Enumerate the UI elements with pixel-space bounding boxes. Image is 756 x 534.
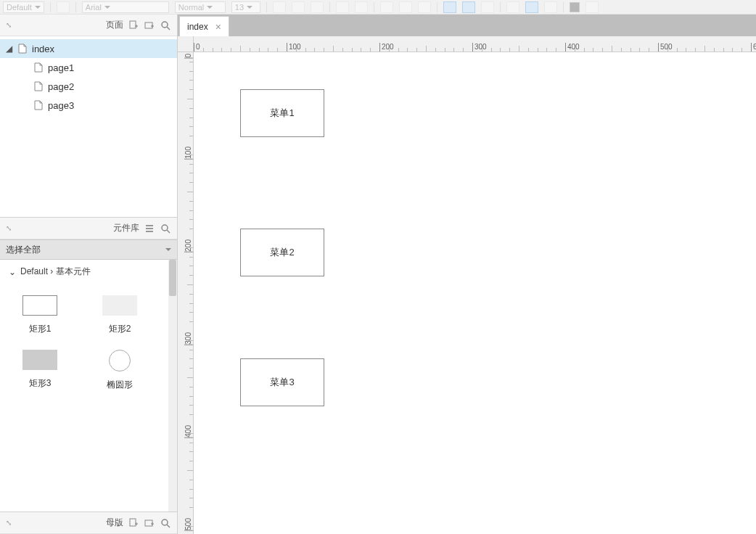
- align-btn[interactable]: [418, 1, 431, 13]
- ruler-vertical[interactable]: 0100200300400500: [178, 52, 194, 534]
- pages-tree: ◢indexpage1page2page3: [0, 36, 177, 217]
- canvas-shape[interactable]: 菜单1: [240, 89, 324, 137]
- svg-line-12: [167, 230, 170, 233]
- menu-icon[interactable]: [144, 223, 155, 234]
- border-icon[interactable]: [586, 1, 599, 13]
- widget-label: 矩形1: [29, 323, 52, 335]
- page-icon: [33, 62, 44, 73]
- canvas-area: index × 0100200300400500600 010020030040…: [178, 15, 756, 534]
- font-select[interactable]: Arial: [82, 1, 169, 13]
- pages-panel: ⤡ 页面 ◢indexpage1page2page3: [0, 15, 177, 218]
- widget-shape-icon: [102, 295, 137, 316]
- svg-rect-13: [130, 519, 136, 526]
- search-icon[interactable]: [160, 223, 171, 234]
- svg-line-7: [167, 27, 170, 30]
- add-folder-icon[interactable]: [144, 517, 155, 529]
- widget-shape-icon: [22, 350, 57, 370]
- svg-rect-3: [145, 22, 152, 28]
- chevron-down-icon: ⌄: [9, 267, 16, 277]
- page-tree-item[interactable]: ◢index: [0, 39, 177, 58]
- add-folder-icon[interactable]: [144, 20, 155, 31]
- style-select[interactable]: Default: [3, 1, 44, 13]
- widget-item[interactable]: 矩形1: [0, 288, 80, 342]
- widgets-panel-header: ⤡ 元件库: [0, 218, 177, 239]
- page-label: page3: [48, 100, 74, 111]
- svg-rect-0: [130, 21, 136, 28]
- page-icon: [17, 44, 28, 54]
- svg-rect-16: [145, 520, 152, 526]
- top-toolbar: Default Arial Normal 13: [0, 0, 756, 15]
- svg-line-20: [167, 525, 170, 527]
- masters-panel-header: ⤡ 母版: [0, 512, 177, 534]
- masters-panel: ⤡ 母版: [0, 512, 177, 534]
- tab-bar: index ×: [178, 15, 756, 36]
- widget-label: 矩形3: [29, 377, 52, 390]
- search-icon[interactable]: [160, 20, 171, 31]
- svg-point-11: [162, 225, 168, 231]
- align-btn[interactable]: [399, 1, 412, 13]
- line-icon[interactable]: [57, 1, 70, 13]
- valign-mid-icon[interactable]: [525, 1, 538, 13]
- widget-label: 矩形2: [109, 323, 131, 335]
- page-label: index: [32, 44, 54, 54]
- bold-icon[interactable]: [273, 1, 286, 13]
- masters-title: 母版: [106, 517, 123, 529]
- page-tree-item[interactable]: page2: [0, 77, 177, 96]
- page-label: page2: [48, 81, 74, 92]
- ruler-corner: [178, 36, 194, 52]
- align-btn[interactable]: [380, 1, 393, 13]
- ruler-horizontal[interactable]: 0100200300400500600: [194, 36, 756, 52]
- valign-top-icon[interactable]: [506, 1, 519, 13]
- popout-icon[interactable]: ⤡: [6, 519, 12, 527]
- canvas-shape[interactable]: 菜单3: [240, 358, 324, 406]
- widgets-scrollbar[interactable]: [168, 260, 177, 512]
- popout-icon[interactable]: ⤡: [6, 224, 12, 232]
- fill-color-icon[interactable]: [570, 2, 580, 12]
- popout-icon[interactable]: ⤡: [6, 21, 12, 29]
- sidebar: ⤡ 页面 ◢indexpage1page2page3: [0, 15, 178, 534]
- pages-title: 页面: [106, 19, 123, 31]
- widget-shape-icon: [109, 350, 131, 371]
- widget-label: 椭圆形: [107, 379, 133, 391]
- pages-panel-header: ⤡ 页面: [0, 15, 177, 36]
- add-master-icon[interactable]: [128, 517, 139, 529]
- tab-index[interactable]: index ×: [179, 16, 229, 36]
- canvas[interactable]: 菜单1菜单2菜单3: [194, 52, 756, 534]
- widget-shape-icon: [22, 295, 57, 316]
- chevron-down-icon: [165, 248, 171, 254]
- align-center-icon[interactable]: [462, 1, 475, 13]
- underline-icon[interactable]: [311, 1, 324, 13]
- add-page-icon[interactable]: [128, 20, 139, 31]
- bullets-icon[interactable]: [355, 1, 368, 13]
- text-color-icon[interactable]: [336, 1, 349, 13]
- page-label: page1: [48, 62, 74, 73]
- close-icon[interactable]: ×: [215, 21, 221, 33]
- search-icon[interactable]: [160, 517, 171, 529]
- page-icon: [33, 100, 44, 110]
- canvas-shape[interactable]: 菜单2: [240, 229, 324, 276]
- page-tree-item[interactable]: page1: [0, 58, 177, 77]
- widgets-library-select[interactable]: 选择全部: [0, 239, 177, 260]
- svg-point-19: [162, 519, 168, 525]
- widget-item[interactable]: 椭圆形: [80, 342, 160, 398]
- widget-item[interactable]: 矩形3: [0, 342, 80, 398]
- page-icon: [33, 81, 44, 91]
- expand-arrow-icon[interactable]: ◢: [6, 44, 13, 54]
- italic-icon[interactable]: [292, 1, 305, 13]
- widgets-title: 元件库: [113, 222, 139, 234]
- weight-select[interactable]: Normal: [175, 1, 226, 13]
- page-tree-item[interactable]: page3: [0, 96, 177, 115]
- valign-bot-icon[interactable]: [544, 1, 557, 13]
- align-right-icon[interactable]: [481, 1, 494, 13]
- widgets-panel: ⤡ 元件库 选择全部 ⌄ Default › 基本元件: [0, 218, 177, 512]
- size-select[interactable]: 13: [231, 1, 260, 13]
- widgets-section-header[interactable]: ⌄ Default › 基本元件: [0, 260, 177, 284]
- svg-point-6: [162, 22, 168, 28]
- widget-item[interactable]: 矩形2: [80, 288, 160, 342]
- align-left-icon[interactable]: [443, 1, 456, 13]
